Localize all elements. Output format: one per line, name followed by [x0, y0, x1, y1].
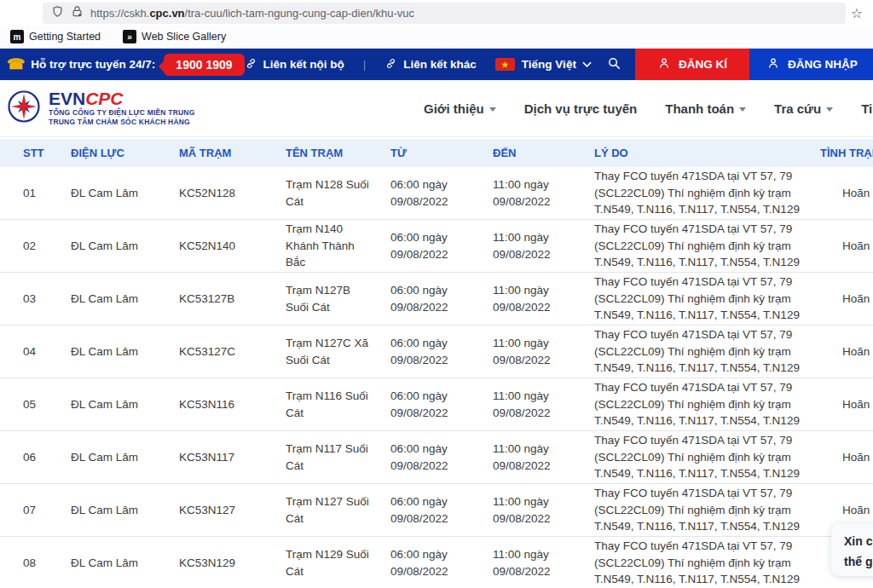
nav-item[interactable]: Dịch vụ trực tuyến [524, 101, 638, 116]
col-header-dienluc: ĐIỆN LỰC [71, 147, 179, 159]
url-text: https://cskh.cpc.vn/tra-cuu/lich-tam-ngu… [90, 7, 414, 20]
cell-stt: 08 [0, 555, 71, 572]
internal-links-label: Liên kết nội bộ [263, 58, 344, 71]
cell-dienluc: ĐL Cam Lâm [71, 185, 179, 202]
table-body: 01 ĐL Cam Lâm KC52N128 Trạm N128 Suối Cá… [0, 167, 873, 588]
col-header-lydo: LÝ DO [594, 147, 820, 159]
cell-dienluc: ĐL Cam Lâm [71, 396, 179, 413]
bookmarks-bar: m Getting Started » Web Slice Gallery [0, 26, 873, 49]
table-row[interactable]: 03 ĐL Cam Lâm KC53127B Trạm N127B Suối C… [0, 273, 873, 326]
company-line1: TỔNG CÔNG TY ĐIỆN LỰC MIỀN TRUNG [49, 108, 195, 118]
shield-icon[interactable] [51, 5, 64, 20]
cell-tu: 06:00 ngày 09/08/2022 [390, 335, 493, 368]
search-icon [607, 56, 622, 73]
nav-item[interactable]: Thanh toán [665, 101, 746, 116]
cell-tinhtrang: Hoãn [820, 396, 873, 413]
bookmark-star-icon[interactable]: ☆ [846, 5, 868, 21]
cell-tinhtrang: Hoãn [820, 343, 873, 360]
cell-tentram: Trạm N128 Suối Cát [286, 176, 390, 210]
col-header-stt: STT [0, 147, 71, 159]
cell-matram: KC53127B [179, 291, 286, 308]
outage-table: STT ĐIỆN LỰC MÃ TRẠM TÊN TRẠM TỪ ĐẾN LÝ … [0, 139, 873, 588]
cell-matram: KC52N128 [179, 185, 286, 202]
phone-icon: ☎ [7, 55, 25, 73]
site-header: EVNCPC TỔNG CÔNG TY ĐIỆN LỰC MIỀN TRUNG … [0, 80, 873, 137]
col-header-den: ĐẾN [493, 147, 594, 159]
cell-dienluc: ĐL Cam Lâm [71, 555, 179, 572]
cell-den: 11:00 ngày 09/08/2022 [493, 282, 594, 315]
url-prefix: https://cskh. [90, 7, 149, 20]
user-icon [657, 56, 671, 72]
cell-lydo: Thay FCO tuyến 471SDA tại VT 57, 79 (SCL… [594, 274, 820, 324]
cell-tinhtrang: Hoãn [820, 291, 873, 308]
table-row[interactable]: 02 ĐL Cam Lâm KC52N140 Trạm N140 Khánh T… [0, 220, 873, 273]
cell-dienluc: ĐL Cam Lâm [71, 449, 179, 466]
cell-matram: KC53N127 [179, 502, 286, 519]
col-header-tentram: TÊN TRẠM [286, 147, 390, 159]
nav-item-label: Giới thiệu [424, 101, 484, 116]
cell-tu: 06:00 ngày 09/08/2022 [390, 546, 493, 579]
table-row[interactable]: 01 ĐL Cam Lâm KC52N128 Trạm N128 Suối Cá… [0, 167, 873, 220]
evncpc-logo[interactable]: EVNCPC TỔNG CÔNG TY ĐIỆN LỰC MIỀN TRUNG … [7, 89, 195, 127]
getting-started-icon: m [10, 30, 24, 43]
bookmark-getting-started[interactable]: m Getting Started [10, 30, 101, 43]
chat-line2: thể giúp [844, 551, 873, 572]
cell-den: 11:00 ngày 09/08/2022 [493, 493, 594, 527]
cell-dienluc: ĐL Cam Lâm [71, 343, 179, 360]
user-icon [766, 56, 780, 72]
cell-tinhtrang: Hoãn [820, 185, 873, 202]
nav-item-label: Dịch vụ trực tuyến [524, 101, 638, 116]
chat-bubble[interactable]: Xin chà thể giúp [831, 523, 873, 576]
cell-matram: KC52N140 [179, 238, 286, 255]
cell-den: 11:00 ngày 09/08/2022 [493, 441, 594, 474]
cell-stt: 02 [0, 238, 71, 255]
nav-item[interactable]: Giới thiệu [424, 101, 496, 116]
cell-den: 11:00 ngày 09/08/2022 [493, 388, 594, 421]
search-button[interactable] [607, 56, 622, 73]
other-links-label: Liên kết khác [403, 58, 477, 71]
table-row[interactable]: 04 ĐL Cam Lâm KC53127C Trạm N127C Xã Suố… [0, 326, 873, 378]
other-links-menu[interactable]: Liên kết khác [384, 57, 477, 72]
bookmark-web-slice-gallery[interactable]: » Web Slice Gallery [123, 30, 226, 43]
bookmark-label: Getting Started [29, 31, 101, 43]
site-topbar: ☎ Hỗ trợ trực tuyến 24/7: 1900 1909 Liên… [0, 49, 873, 80]
cell-matram: KC53N129 [179, 555, 286, 572]
topbar-links: Liên kết nội bộ | Liên kết khác ★ Tiếng … [245, 49, 873, 80]
table-row[interactable]: 07 ĐL Cam Lâm KC53N127 Trạm N127 Suối Cá… [0, 484, 873, 537]
cell-lydo: Thay FCO tuyến 471SDA tại VT 57, 79 (SCL… [594, 379, 820, 429]
table-row[interactable]: 05 ĐL Cam Lâm KC53N116 Trạm N116 Suối Cá… [0, 378, 873, 431]
cell-tinhtrang: Hoãn [820, 238, 873, 255]
login-label: ĐĂNG NHẬP [788, 58, 858, 71]
cell-stt: 01 [0, 185, 71, 202]
login-button[interactable]: ĐĂNG NHẬP [749, 49, 873, 80]
company-line2: TRUNG TÂM CHĂM SÓC KHÁCH HÀNG [49, 118, 195, 127]
cell-tentram: Trạm N127 Suối Cát [286, 493, 390, 527]
nav-item-label: Thanh toán [665, 101, 734, 116]
link-icon [245, 57, 257, 72]
nav-item[interactable]: Tra cứu [774, 101, 833, 116]
browser-chrome: https://cskh.cpc.vn/tra-cuu/lich-tam-ngu… [0, 0, 873, 26]
cell-tentram: Trạm N117 Suối Cát [286, 441, 390, 474]
internal-links-menu[interactable]: Liên kết nội bộ [245, 57, 344, 72]
cell-lydo: Thay FCO tuyến 471SDA tại VT 57, 79 (SCL… [594, 485, 820, 535]
col-header-tinhtrang: TÌNH TRẠNG [820, 147, 873, 159]
cell-lydo: Thay FCO tuyến 471SDA tại VT 57, 79 (SCL… [594, 538, 820, 588]
chevron-down-icon [826, 107, 833, 112]
cell-tu: 06:00 ngày 09/08/2022 [390, 388, 493, 421]
cell-tu: 06:00 ngày 09/08/2022 [390, 282, 493, 315]
hotline-badge[interactable]: 1900 1909 [164, 54, 244, 76]
language-selector[interactable]: Tiếng Việt [522, 58, 592, 71]
cell-stt: 05 [0, 396, 71, 413]
lock-warning-icon[interactable] [71, 5, 84, 20]
address-bar[interactable]: https://cskh.cpc.vn/tra-cuu/lich-tam-ngu… [43, 3, 846, 24]
register-button[interactable]: ĐĂNG KÍ [635, 49, 749, 80]
nav-item[interactable]: Tin tức [861, 101, 873, 116]
nav-item-label: Tin tức [861, 101, 873, 116]
table-row[interactable]: 06 ĐL Cam Lâm KC53N117 Trạm N117 Suối Cá… [0, 431, 873, 484]
cell-dienluc: ĐL Cam Lâm [71, 238, 179, 255]
cell-tinhtrang: Hoãn [820, 449, 873, 466]
col-header-tu: TỪ [390, 147, 493, 159]
cell-tentram: Trạm N127C Xã Suối Cát [286, 335, 390, 368]
chevron-down-icon [739, 107, 746, 112]
table-row[interactable]: 08 ĐL Cam Lâm KC53N129 Trạm N129 Suối Cá… [0, 537, 873, 588]
